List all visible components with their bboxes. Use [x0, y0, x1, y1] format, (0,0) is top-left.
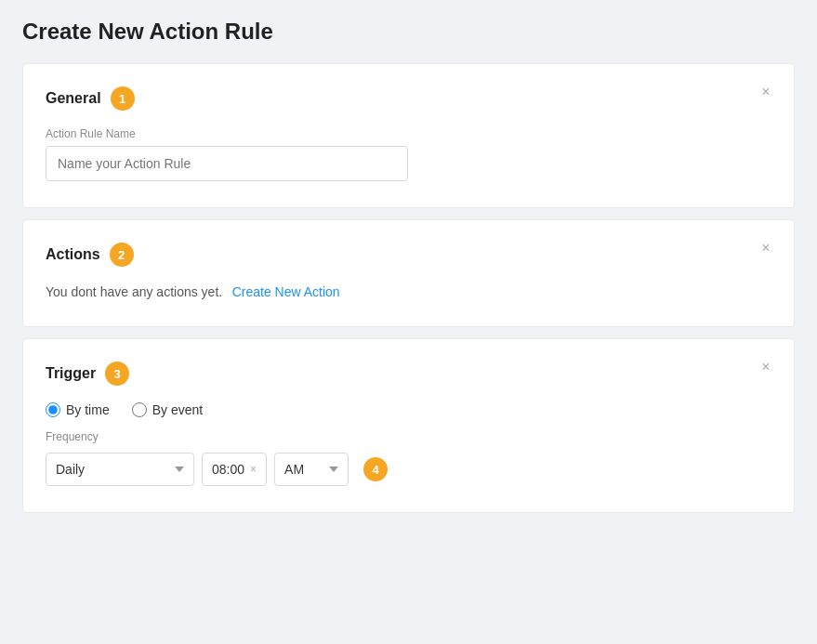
- step-4-badge: 4: [363, 457, 388, 481]
- step-1-badge: 1: [111, 86, 135, 111]
- create-action-link[interactable]: Create New Action: [232, 284, 340, 299]
- by-time-option[interactable]: By time: [46, 402, 110, 417]
- by-time-label: By time: [66, 402, 110, 417]
- action-rule-name-input[interactable]: [46, 146, 408, 181]
- time-clear-button[interactable]: ×: [250, 463, 257, 476]
- general-close-icon: ×: [761, 84, 770, 100]
- general-close-button[interactable]: ×: [757, 83, 775, 101]
- general-section-title: General: [46, 90, 101, 107]
- frequency-label: Frequency: [46, 430, 771, 443]
- by-time-radio[interactable]: [46, 402, 60, 417]
- general-section-header: General 1: [46, 86, 771, 111]
- actions-section-header: Actions 2: [46, 243, 771, 267]
- step-2-badge: 2: [110, 243, 134, 267]
- frequency-field: Frequency Daily Weekly Monthly 08:00 × A…: [46, 430, 771, 486]
- no-actions-row: You dont have any actions yet. Create Ne…: [46, 283, 771, 300]
- frequency-row: Daily Weekly Monthly 08:00 × AM PM 4: [46, 453, 771, 486]
- action-rule-name-label: Action Rule Name: [46, 127, 771, 140]
- ampm-select[interactable]: AM PM: [274, 453, 349, 486]
- time-input-wrapper: 08:00 ×: [202, 453, 267, 486]
- trigger-close-icon: ×: [761, 359, 770, 375]
- no-actions-text: You dont have any actions yet.: [46, 284, 222, 299]
- trigger-section: Trigger 3 × By time By event Frequency D…: [22, 338, 795, 513]
- actions-section: Actions 2 × You dont have any actions ye…: [22, 219, 795, 327]
- frequency-select[interactable]: Daily Weekly Monthly: [46, 453, 194, 486]
- step-3-badge: 3: [105, 361, 129, 386]
- action-rule-name-field: Action Rule Name: [46, 127, 771, 181]
- time-value: 08:00: [212, 462, 244, 477]
- trigger-options: By time By event: [46, 402, 771, 417]
- by-event-option[interactable]: By event: [132, 402, 203, 417]
- actions-close-icon: ×: [761, 240, 770, 256]
- actions-section-title: Actions: [46, 246, 100, 263]
- general-section: General 1 × Action Rule Name: [22, 63, 795, 208]
- page-title: Create New Action Rule: [22, 19, 795, 45]
- by-event-label: By event: [152, 402, 203, 417]
- by-event-radio[interactable]: [132, 402, 147, 417]
- trigger-section-header: Trigger 3: [46, 361, 771, 386]
- page-container: Create New Action Rule General 1 × Actio…: [0, 0, 817, 644]
- actions-close-button[interactable]: ×: [757, 239, 775, 257]
- trigger-close-button[interactable]: ×: [757, 358, 775, 376]
- trigger-section-title: Trigger: [46, 365, 96, 382]
